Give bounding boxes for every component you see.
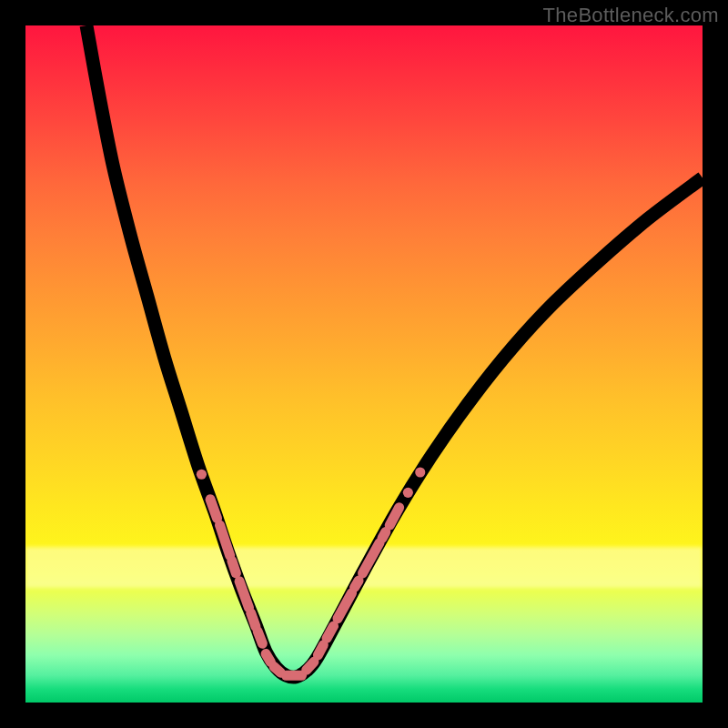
bead-segment [210,500,217,519]
bead-dot [415,467,425,477]
bead-segment [382,532,386,539]
bead-segment [258,632,262,643]
bead-overlay [197,467,425,675]
bead-segment [327,626,333,638]
bead-segment [251,613,256,627]
bead-segment [266,653,270,662]
curve-path [86,25,703,677]
curve-svg [25,25,703,703]
stage: TheBottleneck.com [0,0,728,728]
bead-segment [307,662,314,670]
bead-dot [197,470,207,480]
watermark-text: TheBottleneck.com [543,4,719,27]
plot-area [25,25,703,703]
bead-segment [355,581,359,587]
bead-segment [318,645,323,655]
bead-segment [338,592,352,618]
bead-segment [274,667,280,673]
bead-segment [232,561,236,573]
bead-dot [403,488,413,498]
